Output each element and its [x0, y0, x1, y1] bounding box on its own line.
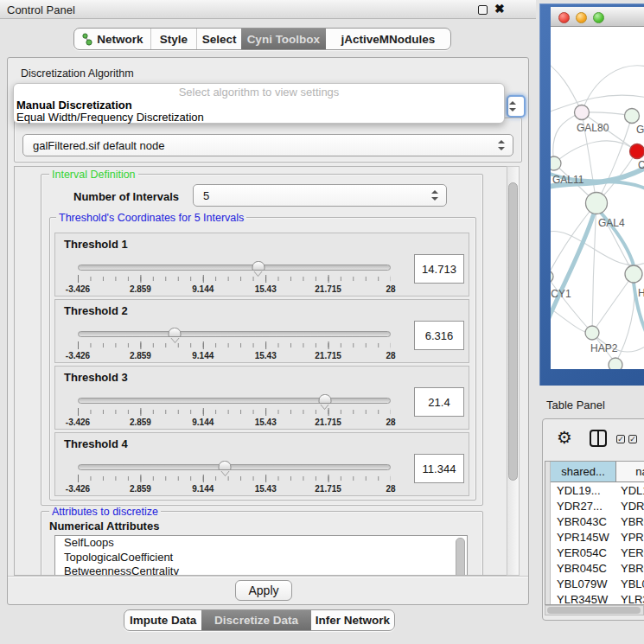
slider-tick-label: 21.715: [315, 418, 341, 427]
algorithm-option-equal-width[interactable]: Equal Width/Frequency Discretization: [16, 111, 204, 124]
tab-select[interactable]: Select: [196, 29, 241, 49]
float-panel-icon[interactable]: [478, 5, 488, 15]
cell-shared-name[interactable]: YBL079W: [551, 576, 616, 591]
table-row[interactable]: YBR045CYBR0: [551, 560, 644, 576]
tab-discretize-data[interactable]: Discretize Data: [201, 610, 310, 630]
slider-track[interactable]: [78, 265, 391, 271]
list-item-topologicalcoefficient[interactable]: TopologicalCoefficient: [55, 551, 467, 565]
checkbox-icon[interactable]: ✓: [616, 435, 625, 443]
gear-icon[interactable]: ⚙: [557, 429, 572, 446]
slider-tick-label: 15.43: [255, 351, 277, 360]
slider-track[interactable]: [78, 398, 391, 404]
node-gal4[interactable]: [586, 193, 608, 214]
slider-tick-label: 21.715: [315, 484, 341, 494]
slider-tick-label: 2.859: [130, 284, 151, 294]
number-of-intervals-combobox[interactable]: 5: [193, 184, 447, 207]
slider-thumb[interactable]: [169, 328, 182, 337]
list-item-betweennesscentrality[interactable]: BetweennessCentrality: [55, 564, 467, 576]
threshold-4-slider[interactable]: -3.4262.8599.14415.4321.71528: [78, 461, 391, 494]
cell-shared-name[interactable]: YDR27...: [551, 498, 616, 513]
algorithm-combobox[interactable]: [507, 95, 526, 118]
node-top-right[interactable]: [625, 109, 640, 124]
threshold-3-value-field[interactable]: 21.4: [414, 387, 464, 417]
list-item-selfloops[interactable]: SelfLoops: [55, 536, 467, 551]
cell-shared-name[interactable]: YDL19...: [551, 482, 616, 498]
tab-network[interactable]: Network: [74, 29, 150, 49]
algorithm-hint-option[interactable]: Select algorithm to view settings: [14, 86, 504, 99]
tab-label: jActiveMNodules: [341, 33, 435, 46]
table-horizontal-scrollbar[interactable]: [545, 605, 644, 615]
table-row[interactable]: YBL079WYBL0: [551, 576, 644, 591]
network-window-titlebar[interactable]: [551, 7, 644, 27]
cell-name[interactable]: YPR1: [616, 529, 644, 545]
column-header-name[interactable]: na: [616, 462, 644, 482]
table-row[interactable]: YDL19...YDL1: [551, 482, 644, 498]
slider-thumb[interactable]: [252, 261, 265, 271]
cell-name[interactable]: YER0: [616, 545, 644, 560]
cell-name[interactable]: YDR2: [616, 498, 644, 513]
cell-name[interactable]: YDL1: [616, 482, 644, 498]
cell-name[interactable]: YBR0: [616, 513, 644, 529]
node-gal11[interactable]: [551, 156, 561, 170]
cell-name[interactable]: YLR3: [616, 591, 644, 605]
threshold-2-value-field[interactable]: 6.316: [414, 321, 464, 350]
close-panel-icon[interactable]: ✖: [494, 2, 505, 16]
cell-shared-name[interactable]: YBR043C: [551, 513, 616, 529]
tab-cyni-toolbox[interactable]: Cyni Toolbox: [241, 29, 326, 49]
slider-track[interactable]: [78, 331, 391, 337]
table-data-combobox[interactable]: galFiltered.sif default node: [22, 134, 513, 156]
threshold-2-slider[interactable]: -3.4262.8599.14415.4321.71528: [78, 328, 391, 360]
slider-track[interactable]: [78, 464, 391, 470]
cell-shared-name[interactable]: YPR145W: [551, 529, 616, 545]
tab-jactivemnodules[interactable]: jActiveMNodules: [326, 29, 450, 49]
cell-shared-name[interactable]: YLR345W: [551, 591, 616, 605]
table-row[interactable]: YER054CYER0: [551, 545, 644, 560]
node-red-selected[interactable]: [630, 144, 644, 159]
table-horizontal-scrollbar-thumb[interactable]: [547, 607, 641, 614]
tab-style[interactable]: Style: [150, 29, 197, 49]
node-label-gcy1: GCY1: [551, 288, 571, 300]
control-panel-title: Control Panel: [7, 3, 75, 16]
table-row[interactable]: YDR27...YDR2: [551, 498, 644, 513]
tab-impute-data[interactable]: Impute Data: [124, 610, 201, 630]
close-window-icon[interactable]: [558, 12, 570, 23]
node-gcy1[interactable]: [551, 271, 553, 283]
node-bottom-partial[interactable]: [609, 358, 622, 369]
maximize-window-icon[interactable]: [593, 12, 604, 23]
threshold-3-slider[interactable]: -3.4262.8599.14415.4321.71528: [78, 394, 391, 427]
threshold-1-value-field[interactable]: 14.713: [414, 254, 464, 284]
minimize-window-icon[interactable]: [576, 12, 587, 23]
node-gal80[interactable]: [575, 105, 590, 120]
main-scrollbar-thumb[interactable]: [508, 182, 518, 481]
table-row[interactable]: YBR043CYBR0: [551, 513, 644, 529]
slider-tick-label: 28: [386, 418, 395, 427]
cell-name[interactable]: YBR0: [616, 560, 644, 576]
numerical-attributes-list: SelfLoops TopologicalCoefficient Between…: [54, 535, 468, 576]
slider-tick-label: 21.715: [315, 284, 341, 294]
slider-ticks: [78, 341, 391, 349]
network-canvas[interactable]: GAL80 GA C GAL11 GAL4 GCY1 H HAP2: [551, 27, 644, 369]
network-nodes[interactable]: [551, 105, 644, 370]
threshold-1-slider[interactable]: -3.4262.8599.14415.4321.71528: [78, 261, 391, 294]
main-scrollbar-track[interactable]: [507, 166, 520, 576]
tab-infer-network[interactable]: Infer Network: [311, 610, 394, 630]
slider-thumb[interactable]: [318, 394, 331, 404]
table-row[interactable]: YLR345WYLR3: [551, 591, 644, 605]
list-scrollbar[interactable]: [456, 538, 465, 576]
algorithm-option-manual[interactable]: Manual Discretization: [16, 99, 132, 112]
slider-thumb[interactable]: [219, 461, 232, 470]
column-layout-icon[interactable]: [590, 430, 607, 447]
table-row[interactable]: YPR145WYPR1: [551, 529, 644, 545]
cell-shared-name[interactable]: YBR045C: [551, 560, 616, 576]
node-label-gal80: GAL80: [577, 122, 609, 134]
cell-name[interactable]: YBL0: [616, 576, 644, 591]
node-hap2[interactable]: [585, 326, 599, 340]
apply-button[interactable]: Apply: [235, 580, 292, 601]
column-header-shared-name[interactable]: shared...: [551, 462, 616, 482]
slider-tick-label: 28: [386, 484, 395, 494]
cell-shared-name[interactable]: YER054C: [551, 545, 616, 560]
node-right-mid[interactable]: [625, 265, 642, 283]
threshold-4-value-field[interactable]: 11.344: [414, 454, 464, 483]
checkbox-icon[interactable]: ✓: [628, 435, 637, 443]
slider-tick-label: 15.43: [255, 484, 277, 494]
